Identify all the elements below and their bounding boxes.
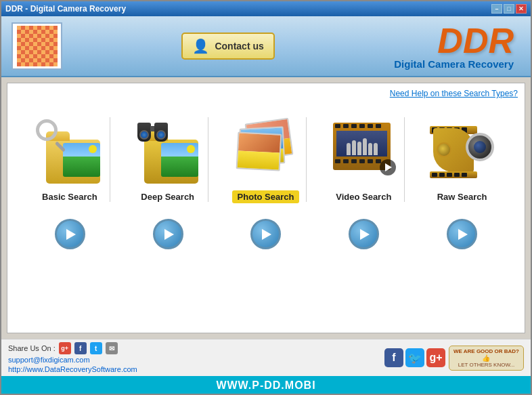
app-logo xyxy=(12,22,62,70)
video-search-icon xyxy=(330,119,397,184)
rate-sub: LET OTHERS KNOW... xyxy=(453,362,519,368)
photo-search-label: Photo Search xyxy=(232,192,300,202)
photo-search-icon-container xyxy=(228,117,303,185)
googleplus-large-button[interactable]: g+ xyxy=(426,348,445,367)
search-item-raw[interactable]: Raw Search xyxy=(422,117,503,202)
deep-search-play-button[interactable] xyxy=(153,219,183,249)
footer-left: Share Us On : g+ f t ✉ support@fixdigica… xyxy=(8,342,137,373)
search-item-basic[interactable]: Basic Search xyxy=(29,117,110,202)
basic-search-icon xyxy=(36,119,104,184)
facebook-share-button[interactable]: f xyxy=(74,342,87,354)
close-button[interactable]: ✕ xyxy=(516,4,527,14)
search-item-photo[interactable]: Photo Search xyxy=(225,117,307,202)
play-icon xyxy=(66,229,76,240)
window-title: DDR - Digital Camera Recovery xyxy=(5,4,126,14)
basic-search-label: Basic Search xyxy=(42,192,97,202)
share-row: Share Us On : g+ f t ✉ xyxy=(8,342,137,354)
raw-search-label: Raw Search xyxy=(437,192,487,202)
brand-subtitle: Digital Camera Recovery xyxy=(394,58,514,70)
social-large-buttons: f 🐦 g+ xyxy=(384,348,445,367)
video-search-play-button[interactable] xyxy=(349,219,379,249)
photo-search-highlight: Photo Search xyxy=(232,190,300,203)
deep-search-label: Deep Search xyxy=(141,192,194,202)
url-bar[interactable]: WWW.P-DD.MOBI xyxy=(1,376,531,395)
play-icon xyxy=(164,229,174,240)
play-icon xyxy=(360,229,370,240)
play-icon xyxy=(458,229,468,240)
share-label: Share Us On : xyxy=(8,344,56,352)
twitter-share-button[interactable]: t xyxy=(90,342,102,354)
raw-search-icon xyxy=(430,123,494,180)
search-item-video[interactable]: Video Search xyxy=(324,117,405,202)
contact-btn-label: Contact us xyxy=(215,41,263,51)
logo-checkerboard xyxy=(17,26,58,66)
email-share-button[interactable]: ✉ xyxy=(106,342,118,354)
raw-search-icon-container xyxy=(425,117,500,185)
twitter-large-button[interactable]: 🐦 xyxy=(405,348,424,367)
footer-right: f 🐦 g+ WE ARE GOOD OR BAD? 👍 LET OTHERS … xyxy=(384,346,524,371)
maximize-button[interactable]: □ xyxy=(504,4,514,14)
contact-icon: 👤 xyxy=(192,38,209,54)
minimize-button[interactable]: – xyxy=(491,4,502,14)
play-buttons-row xyxy=(7,212,525,263)
photo-search-icon xyxy=(234,121,298,182)
main-content: Need Help on these Search Types? xyxy=(7,83,525,333)
brand-section: DDR Digital Camera Recovery xyxy=(394,23,514,70)
search-item-deep[interactable]: Deep Search xyxy=(127,117,208,202)
rate-title: WE ARE GOOD OR BAD? xyxy=(453,348,519,354)
rate-badge[interactable]: WE ARE GOOD OR BAD? 👍 LET OTHERS KNOW... xyxy=(449,346,524,371)
photo-search-play-button[interactable] xyxy=(250,219,281,249)
title-bar: DDR - Digital Camera Recovery – □ ✕ xyxy=(1,1,531,16)
basic-search-play-button[interactable] xyxy=(55,219,85,249)
window-controls: – □ ✕ xyxy=(491,4,527,14)
google-share-button[interactable]: g+ xyxy=(59,342,71,354)
support-email-link[interactable]: support@fixdigicam.com xyxy=(8,356,137,364)
contact-us-button[interactable]: 👤 Contact us xyxy=(181,33,274,60)
app-footer: Share Us On : g+ f t ✉ support@fixdigica… xyxy=(1,339,531,376)
app-header: 👤 Contact us DDR Digital Camera Recovery xyxy=(1,16,531,77)
play-icon xyxy=(262,229,271,240)
deep-search-icon-container xyxy=(131,117,205,185)
brand-name: DDR xyxy=(394,23,514,58)
deep-search-icon xyxy=(134,119,202,184)
search-grid: Basic Search xyxy=(7,97,525,209)
help-link[interactable]: Need Help on these Search Types? xyxy=(390,89,518,98)
website-link[interactable]: http://www.DataRecoverySoftware.com xyxy=(8,365,137,373)
video-search-icon-container xyxy=(326,117,401,185)
raw-search-play-button[interactable] xyxy=(447,219,477,249)
basic-search-icon-container xyxy=(32,117,107,185)
video-search-label: Video Search xyxy=(336,192,391,202)
facebook-large-button[interactable]: f xyxy=(384,348,403,367)
